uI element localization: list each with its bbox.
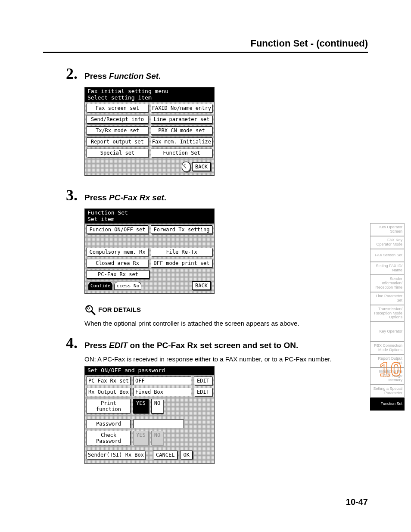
lcd2-blank-1a <box>87 236 148 245</box>
lcd3-edit-rxoutput[interactable]: EDIT <box>194 388 212 396</box>
for-details-label: FOR DETAILS <box>98 306 141 313</box>
header-rule <box>43 52 368 54</box>
lcd2-btn-forward-tx[interactable]: Forward Tx setting <box>151 225 212 234</box>
lcd2-tab-ccess-no[interactable]: ccess No <box>114 282 141 290</box>
lcd3-label-printfunc: Print function <box>87 399 131 414</box>
lcd1-btn-send-receipt[interactable]: Send/Receipt info <box>87 115 148 124</box>
step-2-number: 2. <box>60 65 78 83</box>
lcd3-btn-cancel[interactable]: CANCEL <box>153 451 177 459</box>
side-tab-report-output-set[interactable]: Report Output set <box>370 355 405 367</box>
step-4-post: on the PC-Fax Rx set screen and set to O… <box>128 341 298 350</box>
side-tab-fax-key-operator-mode[interactable]: FAX Key Operator Mode <box>370 236 405 249</box>
step-3-post: . <box>164 193 166 202</box>
lcd3-val-pcfaxrx: OFF <box>133 376 191 385</box>
side-nav-tabs: Key Operator Screen FAX Key Operator Mod… <box>370 223 405 411</box>
lcd3-title: Set ON/OFF and password <box>85 367 214 375</box>
lcd3-val-password[interactable] <box>133 420 184 428</box>
svg-line-2 <box>91 311 95 314</box>
lcd1-btn-fax-mem-init[interactable]: Fax mem. Initialize <box>151 137 212 146</box>
step-4-text: Press EDIT on the PC-Fax Rx set screen a… <box>84 341 298 350</box>
lcd2-tab-confide[interactable]: Confide <box>88 282 112 290</box>
page-number: 10-47 <box>346 497 368 507</box>
lcd2-btn-back[interactable]: BACK <box>192 281 211 290</box>
lcd1-btn-fax-screen-set[interactable]: Fax screen set <box>87 104 148 112</box>
step-2-em: Function Set <box>109 72 159 81</box>
magnifying-glass-icon <box>84 304 96 315</box>
lcd3-label-password: Password <box>87 420 131 428</box>
lcd3-printfunc-yes[interactable]: YES <box>133 399 149 414</box>
step-3-pre: Press <box>84 193 109 202</box>
lcd1-btn-txrx[interactable]: Tx/Rx mode set <box>87 126 148 135</box>
side-tab-fax-screen-set[interactable]: FAX Screen Set <box>370 249 405 262</box>
lcd2-btn-off-mode-print[interactable]: OFF mode print set <box>151 259 212 268</box>
svg-point-1 <box>87 306 90 309</box>
back-arrow-icon[interactable] <box>182 162 190 172</box>
side-tab-sender-info-reception-time[interactable]: Sender Information/ Reception Time <box>370 275 405 292</box>
lcd3-checkpw-yes[interactable]: YES <box>133 431 149 445</box>
lcd3-checkpw-no[interactable]: NO <box>151 431 163 445</box>
lcd2-btn-file-retx[interactable]: File Re-Tx <box>151 248 212 256</box>
step-3: 3. Press PC-Fax Rx set. <box>60 186 366 204</box>
lcd2-btn-pc-fax-rx-set[interactable]: PC-Fax Rx set <box>87 270 149 279</box>
side-tab-tx-rx-mode-options[interactable]: Transmission/ Reception Mode Options <box>370 305 405 322</box>
lcd3-btn-ok[interactable]: OK <box>180 451 192 459</box>
for-details-body: When the optional print controller is at… <box>84 319 366 328</box>
side-tab-setting-special-parameter[interactable]: Setting a Special Parameter <box>370 385 405 398</box>
running-header-title: Function Set - (continued) <box>250 38 368 49</box>
side-tab-setting-faxid-name[interactable]: Setting FAX ID/ Name <box>370 262 405 275</box>
lcd1-btn-function-set[interactable]: Function Set <box>151 149 212 157</box>
lcd-screen-2: Function Set Set item Funcion ON/OFF set… <box>84 208 215 294</box>
lcd3-label-checkpw: Check Password <box>87 431 131 445</box>
step-2-pre: Press <box>84 72 109 81</box>
lcd1-btn-report-output[interactable]: Report output set <box>87 137 148 146</box>
lcd3-edit-pcfaxrx[interactable]: EDIT <box>194 376 212 385</box>
lcd-screen-1: Fax initial setting menu Select setting … <box>84 87 215 176</box>
lcd1-btn-line-param[interactable]: Line parameter set <box>151 115 212 124</box>
side-tab-key-operator[interactable]: Key Operator <box>370 322 405 342</box>
lcd1-btn-faxid[interactable]: FAXID No/name entry <box>151 104 212 112</box>
lcd1-title: Fax initial setting menu Select setting … <box>85 87 214 102</box>
lcd2-btn-onoff[interactable]: Funcion ON/OFF set <box>87 225 148 234</box>
lcd1-title-line1: Fax initial setting menu <box>87 88 168 94</box>
lcd-screen-3: Set ON/OFF and password PC-Fax Rx set OF… <box>84 366 215 464</box>
side-tab-key-operator-screen[interactable]: Key Operator Screen <box>370 223 405 236</box>
lcd2-blank-5b <box>152 270 212 279</box>
step-4-sub: ON: A PC-Fax is received in response eit… <box>84 355 366 364</box>
lcd3-label-pcfaxrx: PC-Fax Rx set <box>87 376 131 385</box>
lcd3-val-rxoutput: Fixed Box <box>133 388 191 396</box>
step-2-post: . <box>159 72 161 81</box>
lcd1-btn-back[interactable]: BACK <box>192 162 211 171</box>
step-2: 2. Press Function Set. <box>60 65 366 83</box>
step-4-number: 4. <box>60 334 78 352</box>
side-tab-pbx-connection-mode[interactable]: PBX Connection Mode Options <box>370 342 405 355</box>
lcd2-btn-closed-area-rx[interactable]: Closed area Rx <box>87 259 148 268</box>
step-4-em: EDIT <box>109 341 128 350</box>
lcd1-btn-pbx-cn[interactable]: PBX CN mode set <box>151 126 212 135</box>
lcd3-printfunc-no[interactable]: NO <box>151 399 163 414</box>
lcd2-title-line1: Function Set <box>87 209 128 216</box>
step-3-em: PC-Fax Rx set <box>109 193 164 202</box>
lcd2-title-line2: Set item <box>87 216 115 222</box>
step-3-text: Press PC-Fax Rx set. <box>84 193 166 202</box>
side-tab-init-fax-image-memory[interactable]: Initializing the FAX Image Memory <box>370 367 405 385</box>
for-details-heading: FOR DETAILS <box>84 304 366 315</box>
side-tab-line-parameter-set[interactable]: Line Parameter Set <box>370 292 405 305</box>
lcd1-btn-special-set[interactable]: Special set <box>87 149 148 157</box>
lcd2-btn-compulsory-mem-rx[interactable]: Compulsory mem. Rx <box>87 248 148 256</box>
step-4-pre: Press <box>84 341 109 350</box>
lcd3-btn-sender-tsi[interactable]: Sender(TSI) Rx Box <box>87 451 145 459</box>
lcd2-title: Function Set Set item <box>85 209 214 224</box>
lcd2-blank-1b <box>151 236 212 245</box>
step-4: 4. Press EDIT on the PC-Fax Rx set scree… <box>60 334 366 352</box>
step-2-text: Press Function Set. <box>84 72 161 81</box>
step-3-number: 3. <box>60 186 78 204</box>
lcd3-label-rxoutput: Rx Output Box <box>87 388 131 396</box>
lcd1-title-line2: Select setting item <box>87 94 152 101</box>
side-tab-function-set[interactable]: Function Set <box>370 398 405 411</box>
